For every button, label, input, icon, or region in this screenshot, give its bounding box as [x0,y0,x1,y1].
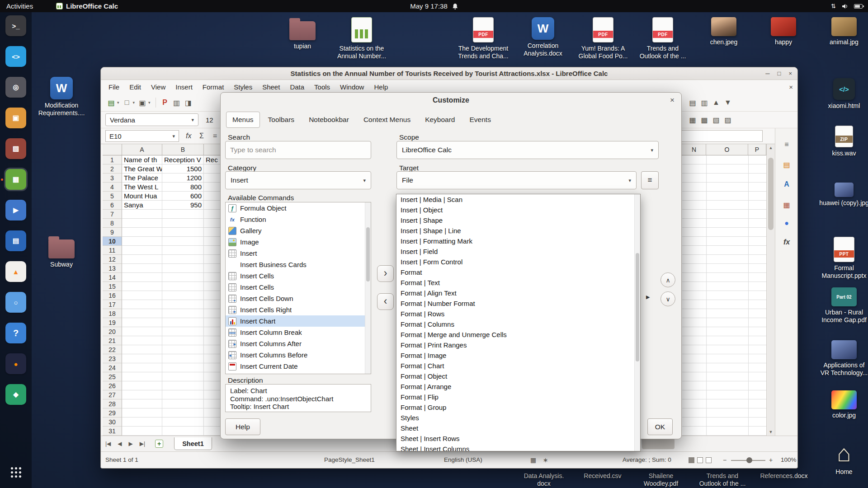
row-header-16[interactable]: 16 [103,291,122,300]
dropdown-item[interactable]: Format | Number Format [396,298,640,309]
command-item[interactable]: Insert Cells [226,270,371,282]
dropdown-item[interactable]: Format | Group [396,402,640,413]
cell-B7[interactable] [162,210,204,219]
cell-A22[interactable] [122,345,162,354]
cell-A3[interactable]: The Palace [122,174,162,183]
desktop-icon-trends-and[interactable]: Trends andOutlook of the ... [693,470,752,488]
dropdown-item[interactable]: Insert | Object [396,205,640,215]
scroll-down-icon[interactable]: ▼ [767,430,775,434]
dropdown-item[interactable]: Insert | Shape | Line [396,225,640,236]
navigator-icon[interactable]: ● [779,216,794,230]
dock-vscode[interactable]: <> [5,46,26,67]
cell-B14[interactable] [162,273,204,282]
last-sheet-icon[interactable]: ▶| [140,441,145,447]
sum-icon[interactable]: Σ [199,130,204,142]
desktop-icon-xiaomi-html[interactable]: </>xiaomi.html [815,78,868,110]
cell-B24[interactable] [162,363,204,372]
sort-ascending-icon[interactable]: ▲ [711,96,722,109]
cell-A29[interactable] [122,408,162,418]
view-layout-buttons[interactable] [689,457,712,463]
system-tray[interactable]: ⇅ [831,3,863,9]
cell-B27[interactable] [162,390,204,399]
desktop-icon-trends-and[interactable]: PDFTrends andOutlook of the ... [633,17,692,60]
desktop-icon-urban-rural[interactable]: Part 02Urban - RuralIncome Gap.pdf [815,287,868,324]
row-header-14[interactable]: 14 [103,273,122,282]
scope-dropdown[interactable]: LibreOffice Calc ▾ [396,141,659,159]
row-header-8[interactable]: 8 [103,219,122,228]
dock-libreoffice-writer[interactable]: ▤ [5,230,26,251]
command-item[interactable]: Gallery [226,225,371,236]
menu-help[interactable]: Help [369,81,393,93]
row-header-26[interactable]: 26 [103,381,122,390]
row-header-29[interactable]: 29 [103,408,122,418]
cell-B18[interactable] [162,309,204,318]
desktop-icon-animal-jpg[interactable]: animal.jpg [815,17,868,46]
row-header-21[interactable]: 21 [103,336,122,345]
desktop-icon-subway[interactable]: Subway [32,235,91,268]
cell-A1[interactable]: Name of th [122,155,162,164]
desktop-icon-applications-of[interactable]: Applications ofVR Technology... [815,340,868,377]
row-header-23[interactable]: 23 [103,354,122,363]
print-icon[interactable]: ▥ [171,96,182,109]
sort-descending-icon[interactable]: ▼ [722,96,733,109]
command-item[interactable]: Insert Chart [226,315,371,327]
desktop-icon-modification[interactable]: WModificationRequirements.... [32,77,91,117]
move-down-button[interactable]: ∨ [660,291,675,306]
sidebar-menu-icon[interactable]: ≡ [779,138,794,151]
menu-format[interactable]: Format [198,81,229,93]
cell-A15[interactable] [122,282,162,291]
row-header-31[interactable]: 31 [103,427,122,436]
cell-B1[interactable]: Reception V [162,155,204,164]
menu-window[interactable]: Window [335,81,369,93]
cell-A8[interactable] [122,219,162,228]
desktop-icon-color-jpg[interactable]: color.jpg [815,390,868,419]
select-all-corner[interactable] [103,144,122,155]
insert-mode-icon[interactable]: ▦ [530,456,536,464]
dropdown-scrollbar[interactable] [634,194,640,451]
tab-context-menus[interactable]: Context Menus [357,112,417,128]
close-button[interactable]: × [788,70,792,77]
dropdown-item[interactable]: Format | Flip [396,392,640,402]
cell-B5[interactable]: 600 [162,192,204,201]
row-header-9[interactable]: 9 [103,228,122,237]
cell-A24[interactable] [122,363,162,372]
spreadsheet-grid-right[interactable] [682,155,766,436]
maximize-button[interactable]: □ [778,70,781,77]
horizontal-scrollbar-thumb[interactable] [642,438,675,449]
cell-A23[interactable] [122,354,162,363]
dock-libreoffice-calc[interactable]: ▦ [5,169,26,190]
cell-B26[interactable] [162,381,204,390]
column-header-A[interactable]: A [122,144,162,155]
first-sheet-icon[interactable]: |◀ [105,441,111,447]
tab-toolbars[interactable]: Toolbars [262,112,301,128]
new-document-caret-icon[interactable]: ▾ [117,100,119,105]
row-header-10[interactable]: 10 [103,237,122,246]
dropdown-item[interactable]: Insert | Form Control [396,257,640,267]
dropdown-item[interactable]: Insert | Media | Scan [396,194,640,205]
commands-scrollbar[interactable] [365,202,371,374]
command-item[interactable]: Insert Columns Before [226,349,371,361]
cell-A10[interactable] [122,237,162,246]
desktop-icon-home[interactable]: ⌂Home [815,441,868,476]
cell-A20[interactable] [122,327,162,336]
dropdown-item[interactable]: Format | Image [396,350,640,361]
cell-A6[interactable]: Sanya [122,201,162,210]
scroll-up-icon[interactable]: ▲ [767,145,775,150]
cell-B20[interactable] [162,327,204,336]
previous-sheet-icon[interactable]: ◀ [118,441,122,447]
cell-A9[interactable] [122,228,162,237]
row-header-22[interactable]: 22 [103,345,122,354]
desktop-icon-yum-brands-a[interactable]: PDFYum! Brands: AGlobal Food Po... [574,17,632,60]
cell-B31[interactable] [162,427,204,436]
menu-file[interactable]: File [104,81,124,93]
cell-A31[interactable] [122,427,162,436]
menu-view[interactable]: View [146,81,170,93]
row-header-28[interactable]: 28 [103,399,122,408]
dropdown-item[interactable]: Insert | Shape [396,215,640,225]
cell-B30[interactable] [162,418,204,427]
minimize-button[interactable]: ─ [765,70,769,77]
dropdown-item[interactable]: Format | Columns [396,319,640,329]
cell-B17[interactable] [162,300,204,309]
command-item[interactable]: Function [226,214,371,225]
gallery-icon[interactable]: ▦ [779,198,794,211]
